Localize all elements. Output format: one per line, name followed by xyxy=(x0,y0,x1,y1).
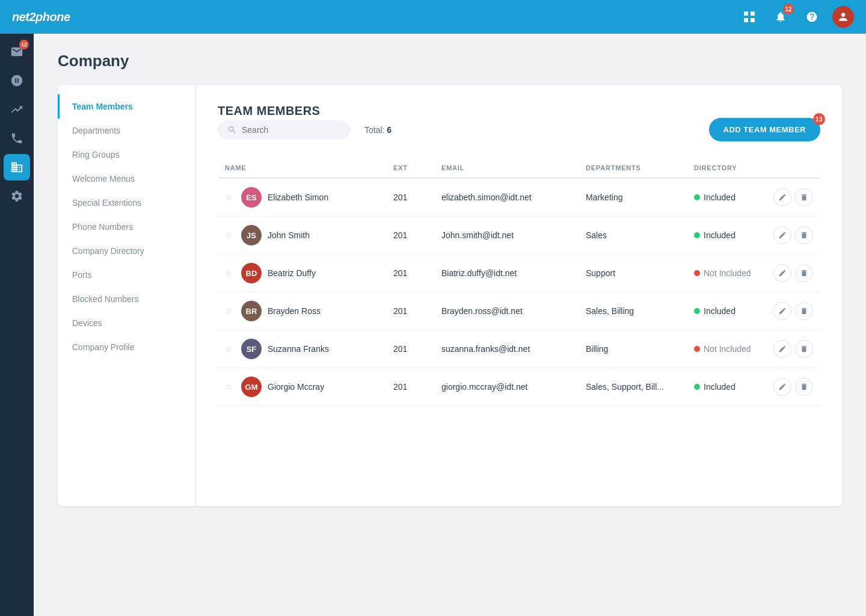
directory-status-5: Included xyxy=(704,382,735,392)
member-directory-4: Not Included xyxy=(687,330,766,368)
sidebar-menu-item-team-members[interactable]: Team Members xyxy=(58,94,195,119)
sidebar-menu-item-welcome-menus[interactable]: Welcome Menus xyxy=(58,167,195,191)
search-row: Total: 6 ADD TEAM MEMBER 13 xyxy=(218,118,820,141)
member-name-4: Suzanna Franks xyxy=(268,344,329,354)
member-actions-3 xyxy=(766,292,820,330)
sidebar-menu-item-phone-numbers[interactable]: Phone Numbers xyxy=(58,215,195,239)
member-actions-2 xyxy=(766,254,820,292)
delete-button-3[interactable] xyxy=(795,302,813,320)
member-ext-1: 201 xyxy=(386,217,434,254)
edit-button-1[interactable] xyxy=(773,226,791,244)
sidebar-menu-item-ring-groups[interactable]: Ring Groups xyxy=(58,143,195,167)
member-actions-0 xyxy=(766,178,820,217)
sidebar-item-company[interactable] xyxy=(4,154,30,180)
bell-badge: 12 xyxy=(783,4,794,14)
directory-dot-0 xyxy=(694,194,700,200)
directory-status-2: Not Included xyxy=(704,268,751,278)
member-ext-2: 201 xyxy=(386,254,434,292)
table-row: ☆ JS John Smith 201 John.smith@idt.net S… xyxy=(218,217,820,254)
member-name-1: John Smith xyxy=(268,230,310,240)
member-name-cell-3: ☆ BR Brayden Ross xyxy=(218,292,386,330)
bell-icon-button[interactable]: 12 xyxy=(770,6,791,28)
member-email-5: giorgio.mccray@idt.net xyxy=(434,368,579,406)
member-actions-1 xyxy=(766,217,820,254)
edit-button-4[interactable] xyxy=(773,340,791,358)
delete-button-4[interactable] xyxy=(795,340,813,358)
sidebar-menu-item-ports[interactable]: Ports xyxy=(58,263,195,287)
member-directory-5: Included xyxy=(687,368,766,406)
member-avatar-3: BR xyxy=(241,301,262,321)
edit-button-3[interactable] xyxy=(773,302,791,320)
team-members-title: TEAM MEMBERS xyxy=(218,104,820,118)
member-directory-3: Included xyxy=(687,292,766,330)
member-email-3: Brayden.ross@idt.net xyxy=(434,292,579,330)
member-avatar-1: JS xyxy=(241,225,262,245)
edit-button-2[interactable] xyxy=(773,264,791,282)
add-button-badge: 13 xyxy=(813,113,825,125)
member-ext-5: 201 xyxy=(386,368,434,406)
user-avatar xyxy=(832,6,854,28)
user-avatar-button[interactable] xyxy=(832,6,854,28)
content-wrapper: Team MembersDepartmentsRing GroupsWelcom… xyxy=(58,85,842,506)
directory-status-3: Included xyxy=(704,306,735,316)
edit-button-5[interactable] xyxy=(773,378,791,396)
member-email-4: suzanna.franks@idt.net xyxy=(434,330,579,368)
svg-rect-1 xyxy=(751,11,755,16)
member-name-cell-2: ☆ BD Beatriz Duffy xyxy=(218,254,386,292)
star-icon-3[interactable]: ☆ xyxy=(225,306,233,316)
col-header-departments: DEPARTMENTS xyxy=(579,158,687,178)
member-name-cell-0: ☆ ES Elizabeth Simon xyxy=(218,178,386,217)
grid-icon-button[interactable] xyxy=(739,6,760,28)
star-icon-5[interactable]: ☆ xyxy=(225,382,233,392)
member-actions-5 xyxy=(766,368,820,406)
directory-status-0: Included xyxy=(704,192,735,202)
directory-status-1: Included xyxy=(704,230,735,240)
star-icon-4[interactable]: ☆ xyxy=(225,344,233,354)
sidebar-menu-item-devices[interactable]: Devices xyxy=(58,311,195,335)
col-header-name: NAME xyxy=(218,158,386,178)
star-icon-1[interactable]: ☆ xyxy=(225,230,233,240)
delete-button-5[interactable] xyxy=(795,378,813,396)
member-departments-3: Sales, Billing xyxy=(579,292,687,330)
sidebar-menu-item-departments[interactable]: Departments xyxy=(58,119,195,143)
directory-dot-5 xyxy=(694,384,700,390)
sidebar-item-messages[interactable]: 12 xyxy=(4,38,30,65)
sidebar-menu-item-company-profile[interactable]: Company Profile xyxy=(58,335,195,359)
delete-button-1[interactable] xyxy=(795,226,813,244)
search-input[interactable] xyxy=(242,125,340,135)
sidebar-item-phone[interactable] xyxy=(4,125,30,152)
sidebar-menu-item-blocked-numbers[interactable]: Blocked Numbers xyxy=(58,287,195,311)
member-ext-4: 201 xyxy=(386,330,434,368)
team-panel: TEAM MEMBERS Total: 6 ADD TEAM MEMBER 13 xyxy=(196,85,842,506)
search-bar[interactable] xyxy=(218,120,350,140)
member-departments-5: Sales, Support, Bill... xyxy=(579,368,687,406)
member-directory-2: Not Included xyxy=(687,254,766,292)
svg-rect-2 xyxy=(744,18,748,22)
help-icon-button[interactable] xyxy=(801,6,823,28)
star-icon-0[interactable]: ☆ xyxy=(225,192,233,202)
edit-button-0[interactable] xyxy=(773,188,791,206)
star-icon-2[interactable]: ☆ xyxy=(225,268,233,278)
sidebar-item-analytics[interactable] xyxy=(4,96,30,123)
delete-button-0[interactable] xyxy=(795,188,813,206)
member-name-3: Brayden Ross xyxy=(268,306,321,316)
member-avatar-5: GM xyxy=(241,377,262,397)
page-title: Company xyxy=(58,52,842,70)
sidebar-item-settings[interactable] xyxy=(4,183,30,209)
member-departments-0: Marketing xyxy=(579,178,687,217)
add-team-member-button[interactable]: ADD TEAM MEMBER 13 xyxy=(709,118,821,141)
member-directory-0: Included xyxy=(687,178,766,217)
top-nav-right: 12 xyxy=(739,6,854,28)
sidebar-item-dashboard[interactable] xyxy=(4,67,30,94)
directory-dot-4 xyxy=(694,346,700,352)
member-name-cell-5: ☆ GM Giorgio Mccray xyxy=(218,368,386,406)
search-icon xyxy=(227,125,237,135)
member-name-2: Beatriz Duffy xyxy=(268,268,316,278)
col-header-directory: DIRECTORY xyxy=(687,158,766,178)
top-navigation: net2phone 12 xyxy=(0,0,866,34)
sidebar-menu-item-company-directory[interactable]: Company Directory xyxy=(58,239,195,263)
member-email-1: John.smith@idt.net xyxy=(434,217,579,254)
member-departments-2: Support xyxy=(579,254,687,292)
sidebar-menu-item-special-extentions[interactable]: Special Extentions xyxy=(58,191,195,215)
delete-button-2[interactable] xyxy=(795,264,813,282)
